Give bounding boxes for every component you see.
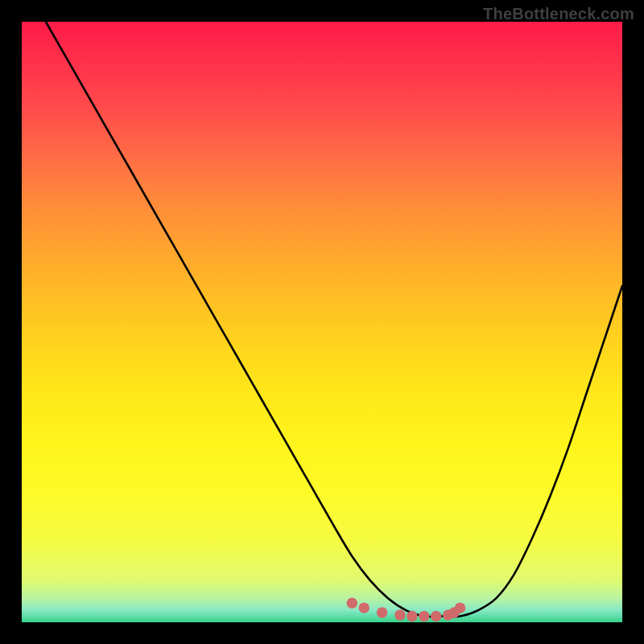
marker-dot <box>431 611 441 621</box>
bottleneck-curve <box>46 22 622 617</box>
marker-dot <box>419 611 429 621</box>
marker-dot <box>377 607 387 617</box>
watermark-text: TheBottleneck.com <box>483 5 634 23</box>
marker-dot <box>347 597 357 608</box>
marker-dot <box>359 602 369 613</box>
marker-dot <box>394 609 405 620</box>
curve-group <box>46 22 622 617</box>
marker-dot <box>407 611 417 621</box>
marker-dot <box>455 602 465 613</box>
chart-stage: TheBottleneck.com <box>0 0 644 644</box>
chart-svg <box>22 22 622 622</box>
plot-area <box>22 22 622 622</box>
